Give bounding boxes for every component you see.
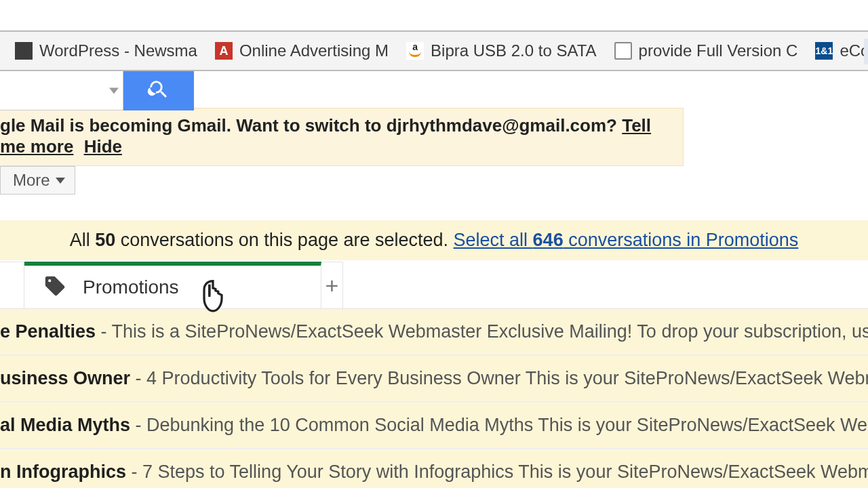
favicon-wordpress-icon [15,42,33,60]
email-row[interactable]: al Media Myths - Debunking the 10 Common… [0,403,868,449]
favicon-a-icon: A [215,42,233,60]
selection-banner: All 50 conversations on this page are se… [0,220,868,260]
browser-tab-label: Online Advertising M [239,41,389,60]
email-row[interactable]: e Penalties - This is a SiteProNews/Exac… [0,309,868,356]
browser-tab-label: WordPress - Newsma [39,41,197,60]
more-button[interactable]: More [0,166,75,195]
category-label: Promotions [83,277,179,298]
browser-tab[interactable]: WordPress - Newsma [9,37,210,64]
favicon-document-icon [614,42,632,60]
email-snippet: - 4 Productivity Tools for Every Busines… [130,368,868,388]
browser-tab[interactable]: A Online Advertising M [210,37,401,64]
video-top-blank [0,0,868,30]
search-input[interactable] [0,71,123,110]
search-icon [147,78,170,104]
add-category-button[interactable]: + [321,262,343,308]
plus-icon: + [326,272,339,299]
browser-tab[interactable]: provide Full Version C [609,37,810,64]
selection-text: All [70,230,96,250]
hide-banner-link[interactable]: Hide [84,136,122,157]
browser-tab-label: provide Full Version C [639,41,798,60]
browser-tab-strip: WordPress - Newsma A Online Advertising … [0,30,868,71]
email-subject: al Media Myths [0,415,130,435]
page-count: 50 [95,230,115,250]
category-tab-stub[interactable] [0,262,24,308]
email-subject: n Infographics [0,462,126,482]
email-row[interactable]: n Infographics - 7 Steps to Telling Your… [0,449,868,488]
search-row [0,71,868,110]
more-button-label: More [13,171,50,190]
selection-text: conversations on this page are selected. [115,230,453,250]
email-list: e Penalties - This is a SiteProNews/Exac… [0,309,868,488]
browser-tab-label: eCommerce website [840,41,868,60]
tag-icon [43,274,66,300]
email-snippet: - Debunking the 10 Common Social Media M… [130,415,868,435]
favicon-ecommerce-icon: 1&1 [815,42,833,60]
total-count: 646 [533,230,564,250]
category-tabs: Promotions + [0,262,868,309]
search-button[interactable] [123,71,194,110]
email-subject: e Penalties [0,321,96,342]
caret-down-icon [56,178,65,184]
gmail-switch-banner: gle Mail is becoming Gmail. Want to swit… [0,108,684,166]
tab-promotions[interactable]: Promotions [24,262,321,308]
email-subject: usiness Owner [0,368,130,388]
browser-tab-label: Bipra USB 2.0 to SATA [431,41,597,60]
email-snippet: - 7 Steps to Telling Your Story with Inf… [126,462,868,482]
email-snippet: - This is a SiteProNews/ExactSeek Webmas… [96,321,868,342]
search-options-caret-icon[interactable] [109,87,119,94]
favicon-amazon-icon: a [406,42,424,60]
browser-tab[interactable]: 1&1 eCommerce website [810,37,868,64]
select-all-link[interactable]: Select all 646 conversations in Promotio… [454,230,799,250]
email-row[interactable]: usiness Owner - 4 Productivity Tools for… [0,356,868,403]
banner-text: gle Mail is becoming Gmail. Want to swit… [0,115,622,136]
browser-tab[interactable]: a Bipra USB 2.0 to SATA [401,37,609,64]
